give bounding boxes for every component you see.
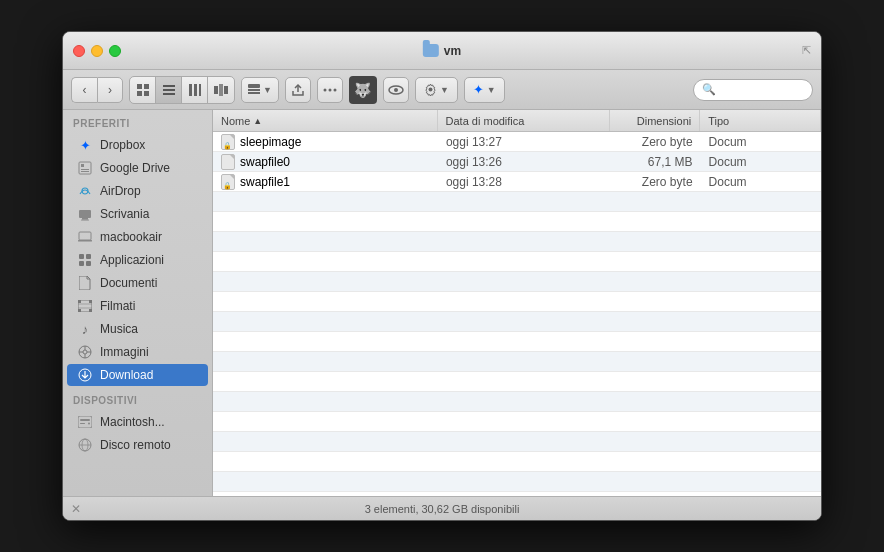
view-column-btn[interactable]	[182, 77, 208, 103]
table-row[interactable]: swapfile0 oggi 13:26 67,1 MB Docum	[213, 152, 821, 172]
svg-rect-29	[79, 232, 91, 240]
sidebar-label-macbookair: macbookair	[100, 230, 162, 244]
col-header-size[interactable]: Dimensioni	[610, 110, 700, 131]
file-date: oggi 13:27	[438, 135, 611, 149]
statusbar-close-icon[interactable]: ✕	[71, 502, 81, 516]
sidebar-item-macbookair[interactable]: macbookair	[67, 226, 208, 248]
forward-button[interactable]: ›	[97, 77, 123, 103]
sidebar-item-airdrop[interactable]: AirDrop	[67, 180, 208, 202]
zoom-icon[interactable]: ⇱	[802, 44, 811, 57]
table-row[interactable]: 🔒 swapfile1 oggi 13:28 Zero byte Docum	[213, 172, 821, 192]
file-name: swapfile1	[240, 175, 290, 189]
statusbar-text: 3 elementi, 30,62 GB disponibili	[365, 503, 520, 515]
sidebar-label-airdrop: AirDrop	[100, 184, 141, 198]
sidebar-label-filmati: Filmati	[100, 299, 135, 313]
svg-rect-49	[78, 416, 92, 428]
sidebar-item-download[interactable]: Download	[67, 364, 208, 386]
col-header-type[interactable]: Tipo	[700, 110, 821, 131]
folder-icon	[423, 44, 439, 57]
sidebar-item-scrivania[interactable]: Scrivania	[67, 203, 208, 225]
sidebar-item-macintosh[interactable]: Macintosh...	[67, 411, 208, 433]
sidebar-item-dropbox[interactable]: ✦ Dropbox	[67, 134, 208, 156]
lock-icon: 🔒	[223, 142, 232, 150]
sidebar-item-musica[interactable]: ♪ Musica	[67, 318, 208, 340]
svg-point-52	[88, 423, 90, 425]
svg-rect-0	[137, 84, 142, 89]
table-row-empty	[213, 272, 821, 292]
gear-button[interactable]: ▼	[415, 77, 458, 103]
svg-rect-38	[78, 309, 81, 312]
table-row-empty	[213, 472, 821, 492]
gdrive-icon	[77, 160, 93, 176]
view-list-btn[interactable]	[156, 77, 182, 103]
search-input[interactable]	[720, 84, 804, 96]
svg-rect-22	[81, 164, 84, 167]
close-button[interactable]	[73, 45, 85, 57]
sidebar-section-preferiti: PREFERITI	[63, 110, 212, 133]
view-cover-btn[interactable]	[208, 77, 234, 103]
svg-rect-31	[79, 254, 84, 259]
titlebar: vm ⇱	[63, 32, 821, 70]
apps-icon	[77, 252, 93, 268]
sidebar-label-musica: Musica	[100, 322, 138, 336]
sidebar-section-dispositivi: DISPOSITIVI	[63, 387, 212, 410]
finder-window: vm ⇱ ‹ › ▼	[62, 31, 822, 521]
sidebar-item-immagini[interactable]: Immagini	[67, 341, 208, 363]
minimize-button[interactable]	[91, 45, 103, 57]
back-button[interactable]: ‹	[71, 77, 97, 103]
view-dropdown-btn[interactable]: ▼	[241, 77, 279, 103]
maximize-button[interactable]	[109, 45, 121, 57]
svg-rect-4	[163, 85, 175, 87]
file-size: 67,1 MB	[611, 155, 701, 169]
share-button[interactable]	[285, 77, 311, 103]
traffic-lights	[73, 45, 121, 57]
dropbox-button[interactable]: ✦ ▼	[464, 77, 505, 103]
window-title: vm	[423, 44, 461, 58]
file-type: Docum	[701, 175, 821, 189]
file-date: oggi 13:28	[438, 175, 611, 189]
svg-rect-14	[248, 89, 260, 91]
view-icon-btn[interactable]	[130, 77, 156, 103]
nav-buttons: ‹ ›	[71, 77, 123, 103]
svg-rect-11	[219, 84, 223, 96]
svg-rect-3	[144, 91, 149, 96]
sidebar-item-disco-remoto[interactable]: Disco remoto	[67, 434, 208, 456]
macbook-icon	[77, 229, 93, 245]
table-row-empty	[213, 432, 821, 452]
sidebar-item-applicazioni[interactable]: Applicazioni	[67, 249, 208, 271]
action-button[interactable]	[317, 77, 343, 103]
table-row-empty	[213, 252, 821, 272]
docs-icon	[77, 275, 93, 291]
svg-rect-24	[81, 171, 89, 172]
statusbar: ✕ 3 elementi, 30,62 GB disponibili	[63, 496, 821, 520]
sidebar-item-documenti[interactable]: Documenti	[67, 272, 208, 294]
airdrop-icon	[77, 183, 93, 199]
wolf-button[interactable]: 🐺	[349, 76, 377, 104]
svg-rect-33	[79, 261, 84, 266]
films-icon	[77, 298, 93, 314]
sidebar-label-applicazioni: Applicazioni	[100, 253, 164, 267]
sidebar-label-macintosh: Macintosh...	[100, 415, 165, 429]
sidebar-item-filmati[interactable]: Filmati	[67, 295, 208, 317]
col-header-name[interactable]: Nome ▲	[213, 110, 438, 131]
svg-rect-51	[80, 423, 85, 424]
photos-icon	[77, 344, 93, 360]
hdd-icon	[77, 414, 93, 430]
svg-rect-50	[80, 419, 90, 421]
svg-rect-9	[199, 84, 201, 96]
table-row-empty	[213, 292, 821, 312]
eye-button[interactable]	[383, 77, 409, 103]
sidebar-item-google-drive[interactable]: Google Drive	[67, 157, 208, 179]
col-header-date[interactable]: Data di modifica	[438, 110, 611, 131]
svg-rect-2	[137, 91, 142, 96]
file-size: Zero byte	[611, 135, 701, 149]
view-buttons	[129, 76, 235, 104]
dropbox-icon: ✦	[77, 137, 93, 153]
svg-point-17	[328, 88, 331, 91]
file-list: 🔒 sleepimage oggi 13:27 Zero byte Docum …	[213, 132, 821, 496]
file-name: sleepimage	[240, 135, 301, 149]
search-box[interactable]: 🔍	[693, 79, 813, 101]
table-row[interactable]: 🔒 sleepimage oggi 13:27 Zero byte Docum	[213, 132, 821, 152]
title-text: vm	[444, 44, 461, 58]
table-row-empty	[213, 212, 821, 232]
